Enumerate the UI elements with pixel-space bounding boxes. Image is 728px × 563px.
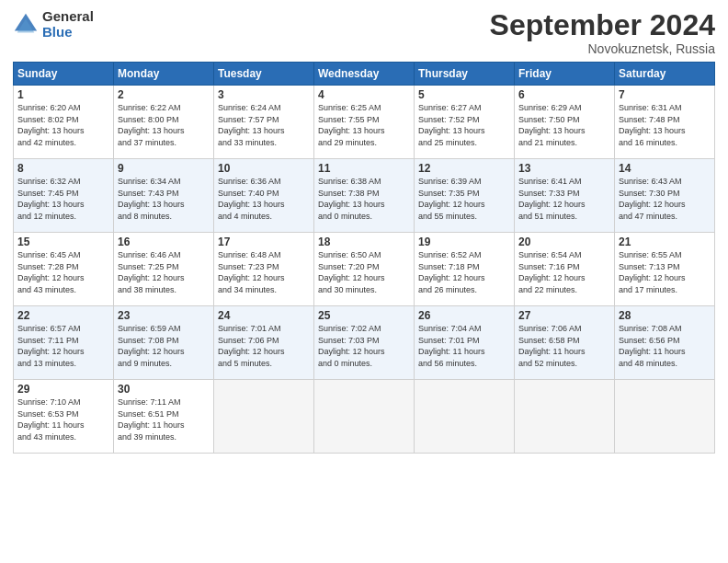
day-info: Sunrise: 6:59 AM Sunset: 7:08 PM Dayligh… [118, 323, 210, 369]
calendar-cell: 14Sunrise: 6:43 AM Sunset: 7:30 PM Dayli… [615, 159, 715, 233]
day-info: Sunrise: 6:39 AM Sunset: 7:35 PM Dayligh… [418, 176, 510, 222]
day-number: 5 [418, 88, 510, 101]
logo-icon [13, 12, 39, 38]
calendar-cell: 16Sunrise: 6:46 AM Sunset: 7:25 PM Dayli… [114, 233, 214, 306]
day-info: Sunrise: 6:41 AM Sunset: 7:33 PM Dayligh… [518, 176, 610, 222]
weekday-header-saturday: Saturday [615, 63, 715, 86]
day-number: 20 [518, 236, 610, 248]
calendar-cell: 24Sunrise: 7:01 AM Sunset: 7:06 PM Dayli… [214, 306, 314, 380]
weekday-header-friday: Friday [515, 63, 615, 86]
day-number: 8 [17, 162, 109, 175]
calendar-cell: 23Sunrise: 6:59 AM Sunset: 7:08 PM Dayli… [114, 306, 214, 380]
day-info: Sunrise: 7:08 AM Sunset: 6:56 PM Dayligh… [619, 323, 711, 369]
day-info: Sunrise: 6:34 AM Sunset: 7:43 PM Dayligh… [118, 176, 210, 222]
page-container: General Blue September 2024 Novokuznetsk… [0, 0, 728, 461]
day-info: Sunrise: 6:20 AM Sunset: 8:02 PM Dayligh… [17, 102, 109, 148]
day-number: 30 [118, 383, 210, 396]
logo: General Blue [13, 9, 94, 40]
calendar-cell: 8Sunrise: 6:32 AM Sunset: 7:45 PM Daylig… [14, 159, 114, 233]
day-info: Sunrise: 6:46 AM Sunset: 7:25 PM Dayligh… [118, 249, 210, 295]
calendar-cell: 22Sunrise: 6:57 AM Sunset: 7:11 PM Dayli… [14, 306, 114, 380]
calendar-cell: 17Sunrise: 6:48 AM Sunset: 7:23 PM Dayli… [214, 233, 314, 306]
day-info: Sunrise: 7:10 AM Sunset: 6:53 PM Dayligh… [17, 396, 109, 442]
calendar-cell: 6Sunrise: 6:29 AM Sunset: 7:50 PM Daylig… [515, 86, 615, 159]
calendar-cell: 10Sunrise: 6:36 AM Sunset: 7:40 PM Dayli… [214, 159, 314, 233]
weekday-header-sunday: Sunday [14, 63, 114, 86]
day-info: Sunrise: 7:04 AM Sunset: 7:01 PM Dayligh… [418, 323, 510, 369]
day-info: Sunrise: 6:48 AM Sunset: 7:23 PM Dayligh… [218, 249, 310, 295]
calendar-cell: 9Sunrise: 6:34 AM Sunset: 7:43 PM Daylig… [114, 159, 214, 233]
calendar-cell: 25Sunrise: 7:02 AM Sunset: 7:03 PM Dayli… [314, 306, 415, 380]
day-number: 18 [318, 236, 410, 248]
calendar-cell: 11Sunrise: 6:38 AM Sunset: 7:38 PM Dayli… [314, 159, 415, 233]
day-number: 25 [318, 309, 410, 322]
day-info: Sunrise: 7:01 AM Sunset: 7:06 PM Dayligh… [218, 323, 310, 369]
day-number: 1 [17, 88, 109, 101]
weekday-header-row: SundayMondayTuesdayWednesdayThursdayFrid… [14, 63, 715, 86]
day-number: 3 [218, 88, 310, 101]
day-number: 16 [118, 236, 210, 248]
calendar-cell: 12Sunrise: 6:39 AM Sunset: 7:35 PM Dayli… [415, 159, 515, 233]
day-number: 21 [619, 236, 711, 248]
calendar-cell: 19Sunrise: 6:52 AM Sunset: 7:18 PM Dayli… [415, 233, 515, 306]
header: General Blue September 2024 Novokuznetsk… [13, 9, 715, 56]
calendar-cell: 3Sunrise: 6:24 AM Sunset: 7:57 PM Daylig… [214, 86, 314, 159]
weekday-header-monday: Monday [114, 63, 214, 86]
day-info: Sunrise: 6:55 AM Sunset: 7:13 PM Dayligh… [619, 249, 711, 295]
calendar-cell: 27Sunrise: 7:06 AM Sunset: 6:58 PM Dayli… [515, 306, 615, 380]
day-info: Sunrise: 6:54 AM Sunset: 7:16 PM Dayligh… [518, 249, 610, 295]
day-number: 6 [518, 88, 610, 101]
calendar-week-row: 22Sunrise: 6:57 AM Sunset: 7:11 PM Dayli… [14, 306, 715, 380]
calendar-cell: 28Sunrise: 7:08 AM Sunset: 6:56 PM Dayli… [615, 306, 715, 380]
logo-text: General Blue [42, 9, 94, 40]
day-number: 12 [418, 162, 510, 175]
weekday-header-tuesday: Tuesday [214, 63, 314, 86]
day-number: 28 [619, 309, 711, 322]
calendar-week-row: 8Sunrise: 6:32 AM Sunset: 7:45 PM Daylig… [14, 159, 715, 233]
day-info: Sunrise: 6:27 AM Sunset: 7:52 PM Dayligh… [418, 102, 510, 148]
day-info: Sunrise: 6:45 AM Sunset: 7:28 PM Dayligh… [17, 249, 109, 295]
day-number: 22 [17, 309, 109, 322]
calendar-cell: 30Sunrise: 7:11 AM Sunset: 6:51 PM Dayli… [114, 380, 214, 454]
calendar-cell: 13Sunrise: 6:41 AM Sunset: 7:33 PM Dayli… [515, 159, 615, 233]
location: Novokuznetsk, Russia [490, 41, 715, 56]
calendar-cell [415, 380, 515, 454]
calendar-cell: 2Sunrise: 6:22 AM Sunset: 8:00 PM Daylig… [114, 86, 214, 159]
calendar-cell: 21Sunrise: 6:55 AM Sunset: 7:13 PM Dayli… [615, 233, 715, 306]
day-number: 2 [118, 88, 210, 101]
day-number: 7 [619, 88, 711, 101]
calendar-cell: 15Sunrise: 6:45 AM Sunset: 7:28 PM Dayli… [14, 233, 114, 306]
day-info: Sunrise: 6:32 AM Sunset: 7:45 PM Dayligh… [17, 176, 109, 222]
day-number: 24 [218, 309, 310, 322]
calendar-cell [314, 380, 415, 454]
day-number: 13 [518, 162, 610, 175]
calendar-table: SundayMondayTuesdayWednesdayThursdayFrid… [13, 62, 715, 454]
day-number: 9 [118, 162, 210, 175]
day-info: Sunrise: 6:57 AM Sunset: 7:11 PM Dayligh… [17, 323, 109, 369]
calendar-week-row: 1Sunrise: 6:20 AM Sunset: 8:02 PM Daylig… [14, 86, 715, 159]
day-info: Sunrise: 6:50 AM Sunset: 7:20 PM Dayligh… [318, 249, 410, 295]
calendar-cell: 1Sunrise: 6:20 AM Sunset: 8:02 PM Daylig… [14, 86, 114, 159]
day-info: Sunrise: 6:43 AM Sunset: 7:30 PM Dayligh… [619, 176, 711, 222]
day-info: Sunrise: 6:31 AM Sunset: 7:48 PM Dayligh… [619, 102, 711, 148]
day-number: 19 [418, 236, 510, 248]
day-number: 17 [218, 236, 310, 248]
calendar-cell: 26Sunrise: 7:04 AM Sunset: 7:01 PM Dayli… [415, 306, 515, 380]
day-info: Sunrise: 6:29 AM Sunset: 7:50 PM Dayligh… [518, 102, 610, 148]
calendar-cell: 20Sunrise: 6:54 AM Sunset: 7:16 PM Dayli… [515, 233, 615, 306]
day-info: Sunrise: 6:25 AM Sunset: 7:55 PM Dayligh… [318, 102, 410, 148]
day-info: Sunrise: 7:11 AM Sunset: 6:51 PM Dayligh… [118, 396, 210, 442]
logo-general-text: General [42, 9, 94, 25]
day-info: Sunrise: 7:06 AM Sunset: 6:58 PM Dayligh… [518, 323, 610, 369]
day-info: Sunrise: 6:36 AM Sunset: 7:40 PM Dayligh… [218, 176, 310, 222]
calendar-week-row: 29Sunrise: 7:10 AM Sunset: 6:53 PM Dayli… [14, 380, 715, 454]
day-info: Sunrise: 6:24 AM Sunset: 7:57 PM Dayligh… [218, 102, 310, 148]
weekday-header-wednesday: Wednesday [314, 63, 415, 86]
day-number: 29 [17, 383, 109, 396]
calendar-cell [515, 380, 615, 454]
calendar-cell: 18Sunrise: 6:50 AM Sunset: 7:20 PM Dayli… [314, 233, 415, 306]
calendar-cell: 29Sunrise: 7:10 AM Sunset: 6:53 PM Dayli… [14, 380, 114, 454]
day-number: 4 [318, 88, 410, 101]
day-info: Sunrise: 7:02 AM Sunset: 7:03 PM Dayligh… [318, 323, 410, 369]
calendar-cell: 5Sunrise: 6:27 AM Sunset: 7:52 PM Daylig… [415, 86, 515, 159]
